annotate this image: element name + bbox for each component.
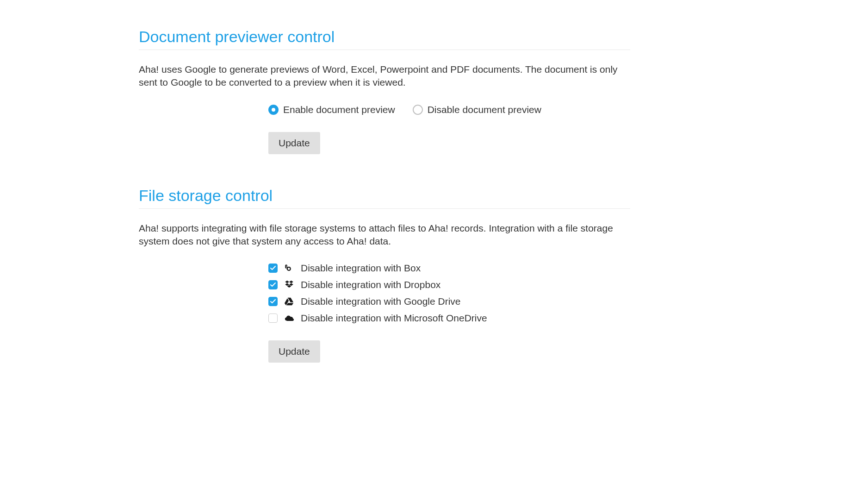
google-drive-icon xyxy=(284,296,294,307)
file-storage-checkbox-list: Disable integration with Box Disable int… xyxy=(268,263,630,324)
disable-google-drive-checkbox[interactable]: Disable integration with Google Drive xyxy=(268,296,630,307)
radio-icon xyxy=(268,105,279,115)
box-icon xyxy=(284,263,294,273)
checkbox-label: Disable integration with Dropbox xyxy=(301,279,440,290)
checkbox-icon xyxy=(268,314,278,323)
doc-previewer-description: Aha! uses Google to generate previews of… xyxy=(139,63,630,89)
checkbox-label: Disable integration with Google Drive xyxy=(301,296,461,307)
disable-onedrive-checkbox[interactable]: Disable integration with Microsoft OneDr… xyxy=(268,313,630,324)
doc-previewer-radio-group: Enable document preview Disable document… xyxy=(268,104,630,115)
disable-box-checkbox[interactable]: Disable integration with Box xyxy=(268,263,630,274)
disable-document-preview-radio[interactable]: Disable document preview xyxy=(413,104,541,115)
enable-document-preview-radio[interactable]: Enable document preview xyxy=(268,104,395,115)
radio-label: Disable document preview xyxy=(428,104,541,115)
onedrive-icon xyxy=(284,313,294,323)
file-storage-heading: File storage control xyxy=(139,187,630,209)
doc-previewer-update-button[interactable]: Update xyxy=(268,132,320,154)
checkbox-icon xyxy=(268,264,278,273)
radio-icon xyxy=(413,105,423,115)
checkbox-label: Disable integration with Microsoft OneDr… xyxy=(301,313,487,324)
file-storage-update-button[interactable]: Update xyxy=(268,340,320,363)
checkbox-icon xyxy=(268,280,278,289)
doc-previewer-heading: Document previewer control xyxy=(139,28,630,50)
checkbox-label: Disable integration with Box xyxy=(301,263,421,274)
disable-dropbox-checkbox[interactable]: Disable integration with Dropbox xyxy=(268,279,630,290)
dropbox-icon xyxy=(284,280,294,290)
checkbox-icon xyxy=(268,297,278,306)
file-storage-description: Aha! supports integrating with file stor… xyxy=(139,222,630,248)
radio-label: Enable document preview xyxy=(283,104,395,115)
